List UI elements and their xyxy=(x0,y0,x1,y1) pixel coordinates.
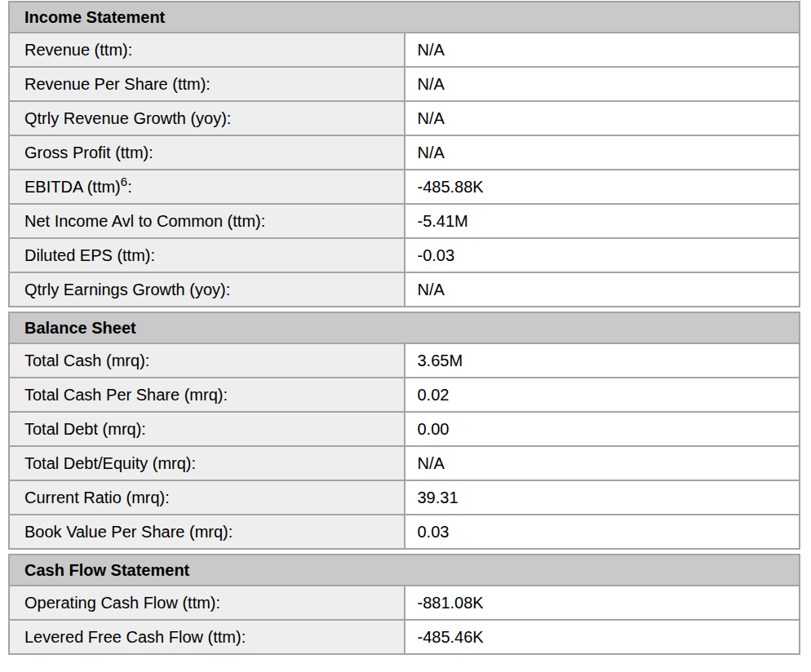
metric-label-text: Total Debt (mrq): xyxy=(24,420,146,438)
metric-label-text: Diluted EPS (ttm): xyxy=(24,246,155,264)
metric-value: 0.00 xyxy=(405,412,800,446)
metric-value: N/A xyxy=(405,33,800,67)
metric-label: Total Debt/Equity (mrq): xyxy=(9,446,405,480)
cash-flow-statement-section: Cash Flow Statement Operating Cash Flow … xyxy=(8,554,800,655)
table-row: Total Cash (mrq): 3.65M xyxy=(9,343,800,378)
metric-label: Total Debt (mrq): xyxy=(9,412,405,446)
metric-label: Revenue (ttm): xyxy=(9,33,405,67)
metric-value: 0.03 xyxy=(405,515,800,549)
table-row: Revenue (ttm): N/A xyxy=(9,33,800,67)
metric-label-text: Qtrly Earnings Growth (yoy): xyxy=(24,281,230,298)
metric-label: Total Cash (mrq): xyxy=(9,343,405,378)
metric-label: Net Income Avl to Common (ttm): xyxy=(9,204,405,238)
table-row: Total Cash Per Share (mrq): 0.02 xyxy=(9,378,800,412)
metric-label: Operating Cash Flow (ttm): xyxy=(9,586,405,620)
section-title-income-statement: Income Statement xyxy=(9,2,800,33)
section-header-row: Income Statement xyxy=(9,2,800,33)
table-row: Total Debt (mrq): 0.00 xyxy=(9,412,800,446)
table-row: Qtrly Earnings Growth (yoy): N/A xyxy=(9,272,800,307)
metric-label: Book Value Per Share (mrq): xyxy=(9,515,405,549)
metric-label: Gross Profit (ttm): xyxy=(9,135,405,170)
metric-label-text: Revenue Per Share (ttm): xyxy=(24,75,211,93)
metric-value: N/A xyxy=(405,446,800,480)
metric-label: Levered Free Cash Flow (ttm): xyxy=(9,620,405,654)
metric-value: 0.02 xyxy=(405,378,800,412)
metric-value: N/A xyxy=(405,101,800,135)
table-row: Current Ratio (mrq): 39.31 xyxy=(9,480,800,515)
table-row: Operating Cash Flow (ttm): -881.08K xyxy=(9,586,800,620)
section-title-cash-flow-statement: Cash Flow Statement xyxy=(9,555,800,586)
table-row: Total Debt/Equity (mrq): N/A xyxy=(9,446,800,480)
metric-value: -0.03 xyxy=(405,238,800,272)
table-row: EBITDA (ttm)6: -485.88K xyxy=(9,170,800,204)
metric-label: Qtrly Revenue Growth (yoy): xyxy=(9,101,405,135)
metric-label: EBITDA (ttm)6: xyxy=(9,170,405,204)
metric-label: Current Ratio (mrq): xyxy=(9,480,405,515)
metric-label-text: Operating Cash Flow (ttm): xyxy=(24,594,220,612)
metric-value: -485.88K xyxy=(405,170,800,204)
metric-value: -5.41M xyxy=(405,204,800,238)
metric-label: Diluted EPS (ttm): xyxy=(9,238,405,272)
section-title-balance-sheet: Balance Sheet xyxy=(9,312,800,343)
metric-label-text: Current Ratio (mrq): xyxy=(24,489,170,506)
key-statistics-panel: Income Statement Revenue (ttm): N/A Reve… xyxy=(8,1,800,655)
footnote-marker: 6 xyxy=(121,175,127,188)
table-row: Levered Free Cash Flow (ttm): -485.46K xyxy=(9,620,800,654)
metric-label-text: Net Income Avl to Common (ttm): xyxy=(24,212,265,230)
metric-label-text: Total Cash (mrq): xyxy=(24,351,149,369)
metric-label-text: Total Cash Per Share (mrq): xyxy=(24,386,228,404)
metric-label-text: Qtrly Revenue Growth (yoy): xyxy=(24,109,231,127)
metric-value: N/A xyxy=(405,272,800,307)
metric-label-text: EBITDA (ttm) xyxy=(24,178,121,196)
metric-value: N/A xyxy=(405,135,800,170)
table-row: Qtrly Revenue Growth (yoy): N/A xyxy=(9,101,800,135)
metric-value: 3.65M xyxy=(405,343,800,378)
metric-label-text: Revenue (ttm): xyxy=(24,41,132,59)
metric-label: Total Cash Per Share (mrq): xyxy=(9,378,405,412)
metric-label-text: Book Value Per Share (mrq): xyxy=(24,523,233,541)
metric-label-suffix: : xyxy=(127,178,132,196)
metric-label: Revenue Per Share (ttm): xyxy=(9,67,405,101)
section-header-row: Cash Flow Statement xyxy=(9,555,800,586)
table-row: Gross Profit (ttm): N/A xyxy=(9,135,800,170)
income-statement-section: Income Statement Revenue (ttm): N/A Reve… xyxy=(8,1,800,307)
metric-label-text: Gross Profit (ttm): xyxy=(24,144,153,161)
table-row: Book Value Per Share (mrq): 0.03 xyxy=(9,515,800,549)
metric-value: 39.31 xyxy=(405,480,800,515)
table-row: Diluted EPS (ttm): -0.03 xyxy=(9,238,800,272)
balance-sheet-section: Balance Sheet Total Cash (mrq): 3.65M To… xyxy=(8,312,800,550)
metric-label: Qtrly Earnings Growth (yoy): xyxy=(9,272,405,307)
table-row: Revenue Per Share (ttm): N/A xyxy=(9,67,800,101)
metric-label-text: Levered Free Cash Flow (ttm): xyxy=(24,628,246,646)
section-header-row: Balance Sheet xyxy=(9,312,800,343)
metric-value: N/A xyxy=(405,67,800,101)
metric-label-text: Total Debt/Equity (mrq): xyxy=(24,454,196,472)
table-row: Net Income Avl to Common (ttm): -5.41M xyxy=(9,204,800,238)
metric-value: -881.08K xyxy=(405,586,800,620)
metric-value: -485.46K xyxy=(405,620,800,654)
